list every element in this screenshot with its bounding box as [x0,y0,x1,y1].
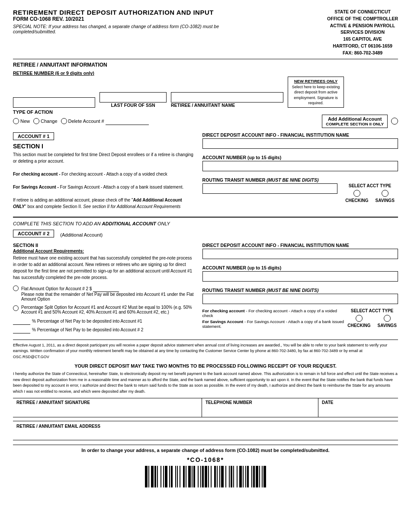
page-container: RETIREMENT DIRECT DEPOSIT AUTHORIZATION … [13,9,398,487]
flat-amount-row: Flat Amount Option for Account # 2 $ Ple… [13,285,194,301]
legal-notice: Effective August 1, 2011, as a direct de… [13,343,398,360]
for-savings-note: For Savings Account - For Savings Accoun… [202,319,346,329]
complete-section-note: COMPLETE THIS SECTION TO ADD AN ADDITION… [13,221,398,226]
section2-routing-label: ROUTING TRANSIT NUMBER (MUST BE NINE DIG… [202,288,398,293]
section2-acct-num-input[interactable] [202,271,398,282]
header-left: RETIREMENT DIRECT DEPOSIT AUTHORIZATION … [13,9,238,37]
city-state: HARTFORD, CT 06106-1659 [327,43,398,50]
radio-change[interactable]: Change [33,118,58,124]
savings-label: SAVINGS [376,198,395,203]
add-account-box: Add Additional Account COMPLETE SECTION … [322,115,388,128]
page-title: RETIREMENT DIRECT DEPOSIT AUTHORIZATION … [13,9,238,16]
authorization-text: I hereby authorize the State of Connecti… [13,371,398,394]
action-row: New Change Delete Account # Add Addition… [13,115,398,128]
pct-acct1-input[interactable] [13,318,30,325]
header-row: RETIREMENT DIRECT DEPOSIT AUTHORIZATION … [13,9,398,56]
retiree-num-label: RETIREE NUMBER (6 or 9 digits only) [13,71,398,76]
flat-amount-label: Flat Amount Option for Account # 2 $ [21,286,92,291]
institution-label: DIRECT DEPOSIT ACCOUNT INFO - FINANCIAL … [202,132,398,138]
section1-body: This section must be completed for first… [13,151,194,210]
section1-left: ACCOUNT # 1 SECTION I This section must … [13,132,194,212]
section2-checking-radio[interactable] [356,315,363,322]
section2-acct-num-label: ACCOUNT NUMBER (up to 15 digits) [202,265,398,270]
division2: SERVICES DIVISION [327,29,398,36]
radio-delete[interactable]: Delete Account # [61,117,149,125]
radio-change-circle[interactable] [33,118,39,124]
pct-acct2-label: % Percentage of Net Pay to be deposited … [32,327,143,332]
acct-type-options: CHECKING SAVINGS [345,190,395,203]
legal-section: Effective August 1, 2011, as a direct de… [13,340,398,360]
section2-savings-radio[interactable] [384,315,391,322]
ssn-label: LAST FOUR OF SSN [111,103,155,108]
pct-acct2-input[interactable] [13,327,30,333]
section1-right: DIRECT DEPOSIT ACCOUNT INFO - FINANCIAL … [202,132,398,212]
account-num-input[interactable] [202,161,398,171]
section2-institution-input[interactable] [202,249,398,259]
section2-notes: For checking account - For checking acco… [202,308,346,330]
office-name: OFFICE OF THE COMPTROLLER [327,16,398,22]
complete-note-bold: ADDITIONAL ACCOUNT [102,221,156,226]
delete-account-input[interactable] [106,117,149,125]
section2-right: DIRECT DEPOSIT ACCOUNT INFO - FINANCIAL … [202,243,398,335]
section2-routing-input[interactable] [202,294,398,304]
barcode [145,466,266,487]
sig-cell: RETIREE / ANNUITANT SIGNATURE [13,398,202,417]
change-label: Change [41,119,58,124]
acct-type-label: SELECT ACCT TYPE [349,183,392,188]
pct-acct2-row: % Percentage of Net Pay to be deposited … [13,327,194,333]
warning-bold: YOUR DIRECT DEPOSIT MAY TAKE TWO MONTHS … [13,363,398,369]
email-label: RETIREE / ANNUITANT EMAIL ADDRESS [16,424,100,429]
savings-radio[interactable] [382,190,389,197]
flat-amount-note: Please note that the remainder of Net Pa… [21,292,194,301]
phone-label: TELEPHONE NUMBER [206,400,315,405]
institution-field-group: DIRECT DEPOSIT ACCOUNT INFO - FINANCIAL … [202,132,398,151]
header-divider [13,59,398,59]
section2-acct-type-options: CHECKING SAVINGS [347,315,397,328]
delete-label: Delete Account # [68,119,104,124]
flat-amount-radio[interactable] [13,285,19,291]
type-of-action-label: TYPE OF ACTION [13,109,398,115]
name-input[interactable] [171,92,283,103]
radio-delete-circle[interactable] [61,118,67,124]
section2-container: SECTION II Additional Account Requiremen… [13,243,398,335]
section2-acct-type-col: SELECT ACCT TYPE CHECKING SAVINGS [346,308,398,328]
radio-new-circle[interactable] [13,118,19,124]
savings-option[interactable]: SAVINGS [376,190,395,203]
sig-row: RETIREE / ANNUITANT SIGNATURE TELEPHONE … [13,398,398,417]
retiree-number-input[interactable] [13,97,95,108]
routing-col: ROUTING TRANSIT NUMBER (MUST BE NINE DIG… [202,177,337,196]
radio-new[interactable]: New [13,118,30,124]
section2-acct-num-group: ACCOUNT NUMBER (up to 15 digits) [202,265,398,284]
form-number: FORM CO-1068 REV. 10/2021 [13,16,238,22]
fax: FAX: 860-702-3489 [327,50,398,57]
agency-name: STATE OF CONNECTICUT [327,9,398,16]
name-label: RETIREE / ANNUITANT NAME [171,103,283,108]
date-label: DATE [322,400,395,405]
footer-divider [13,445,398,445]
account-num-field-group: ACCOUNT NUMBER (up to 15 digits) [202,155,398,174]
checking-note: For checking account - For checking acco… [13,171,194,177]
checking-option[interactable]: CHECKING [345,190,368,203]
new-retirees-box: NEW RETIREES ONLY Select here to keep ex… [288,77,344,108]
section2-institution-group: DIRECT DEPOSIT ACCOUNT INFO - FINANCIAL … [202,243,398,262]
email-row: RETIREE / ANNUITANT EMAIL ADDRESS [13,421,398,440]
checking-radio[interactable] [353,190,360,197]
ssn-input[interactable] [100,92,167,103]
radio-add-account-circle[interactable] [391,118,398,125]
routing-input[interactable] [202,183,337,194]
pct-label: Percentage Split Option for Account #1 a… [21,305,192,314]
section2-checking-option[interactable]: CHECKING [347,315,370,328]
form-code: *CO-1068* [13,456,398,463]
complete-note-italic: COMPLETE THIS SECTION TO ADD AN [13,221,102,226]
new-retirees-note: Select here to keep existing direct depo… [292,85,340,106]
address: 165 CAPITOL AVE [327,36,398,43]
barcode-container [13,466,398,487]
section2-savings-option[interactable]: SAVINGS [378,315,397,328]
institution-input[interactable] [202,138,398,149]
flat-amount-input[interactable] [93,285,119,292]
section1-body-text: This section must be completed for first… [13,151,194,164]
pct-split-radio[interactable] [13,305,19,311]
additional-note: If retiree is adding an additional accou… [13,197,194,210]
division1: ACTIVE & PENSION PAYROLL [327,22,398,29]
pct-acct1-row: % Percentage of Net Pay to be deposited … [13,318,194,325]
